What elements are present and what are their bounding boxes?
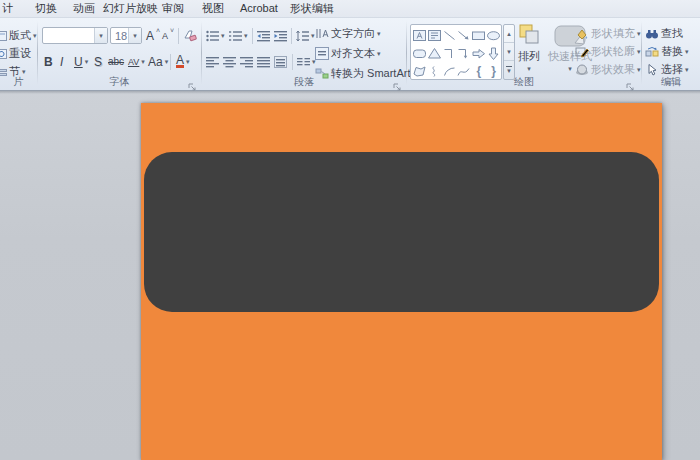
change-case-button[interactable]: Aa▾	[148, 53, 168, 70]
dropdown-arrow-icon: ▾	[186, 58, 190, 65]
combo-arrow-icon[interactable]: ▾	[128, 28, 141, 43]
rounded-rectangle-shape[interactable]	[144, 152, 659, 312]
select-icon	[645, 64, 659, 76]
shape-elbow-arrow-connector-icon[interactable]	[456, 44, 471, 62]
shape-vertical-textbox-icon[interactable]	[427, 26, 442, 44]
bullets-icon	[206, 30, 219, 42]
clear-formatting-button[interactable]	[183, 27, 197, 44]
italic-button[interactable]: I	[60, 53, 63, 70]
tab-review[interactable]: 审阅	[160, 0, 186, 17]
tab-animations[interactable]: 动画	[71, 0, 97, 17]
decrease-indent-button[interactable]	[257, 27, 270, 44]
find-button[interactable]: 查找	[645, 25, 683, 42]
align-text-button[interactable]: 对齐文本 ▾	[315, 45, 381, 62]
dropdown-arrow-icon: ▾	[221, 32, 225, 39]
up-arrow-icon: ▲	[506, 31, 512, 37]
caret-down-icon: ˅	[170, 27, 174, 34]
tab-design-cut[interactable]: 计	[0, 0, 15, 17]
distribute-button[interactable]	[274, 53, 287, 70]
mini-separator	[178, 28, 179, 44]
line-spacing-icon	[296, 30, 309, 42]
increase-indent-button[interactable]	[274, 27, 287, 44]
bold-button[interactable]: B	[44, 53, 53, 70]
find-icon	[645, 28, 659, 40]
shrink-font-button[interactable]: A˅	[162, 27, 174, 44]
align-center-icon	[223, 56, 236, 68]
numbering-icon	[229, 30, 242, 42]
dropdown-arrow-icon: ▾	[85, 58, 89, 65]
dropdown-arrow-icon: ▾	[527, 65, 531, 73]
distribute-icon	[274, 56, 287, 68]
align-right-icon	[240, 56, 253, 68]
tab-transitions[interactable]: 切换	[33, 0, 59, 17]
group-paragraph: ▾ ▾ ▾	[202, 18, 406, 90]
dropdown-arrow-icon: ▾	[22, 68, 26, 75]
shape-triangle-icon[interactable]	[427, 44, 442, 62]
layout-button[interactable]: 版式 ▾	[0, 27, 37, 44]
line-spacing-button[interactable]: ▾	[296, 27, 315, 44]
dropdown-arrow-icon: ▾	[637, 48, 641, 55]
font-dialog-launcher[interactable]	[188, 78, 198, 88]
shape-elbow-connector-icon[interactable]	[442, 44, 457, 62]
ribbon: 计 切换 动画 幻灯片放映 审阅 视图 Acrobat 形状编辑 版式 ▾ 重设	[0, 0, 700, 91]
shape-line-icon[interactable]	[442, 26, 457, 44]
bullets-button[interactable]: ▾	[206, 27, 225, 44]
shape-rounded-rectangle-icon[interactable]	[412, 44, 427, 62]
shape-oval-icon[interactable]	[486, 26, 501, 44]
font-name-combo[interactable]: ▾	[42, 27, 108, 44]
strikethrough-button[interactable]: abc	[108, 53, 124, 70]
align-text-icon	[315, 47, 329, 60]
clear-formatting-icon	[183, 29, 197, 42]
columns-button[interactable]: ▾	[297, 53, 316, 70]
underline-button[interactable]: U▾	[74, 53, 88, 70]
ribbon-content: 版式 ▾ 重设 节 ▾ 片 ▾	[0, 18, 700, 90]
character-spacing-button[interactable]: AV▾	[128, 53, 145, 70]
align-center-button[interactable]	[223, 53, 236, 70]
group-editing: 查找 替换 ▾ 选择 ▾ 编辑	[642, 18, 700, 90]
font-size-combo[interactable]: 18 ▾	[110, 27, 142, 44]
dropdown-arrow-icon: ▾	[141, 58, 145, 65]
shape-down-arrow-icon[interactable]	[486, 44, 501, 62]
slide-canvas[interactable]	[141, 103, 662, 460]
arrange-icon	[517, 23, 541, 49]
tab-slideshow[interactable]: 幻灯片放映	[101, 0, 160, 17]
align-right-button[interactable]	[240, 53, 253, 70]
reset-icon	[0, 49, 7, 59]
grow-font-button[interactable]: A˄	[146, 27, 160, 44]
shape-fill-button[interactable]: 形状填充 ▾	[575, 25, 641, 42]
drawing-dialog-launcher[interactable]	[626, 78, 636, 88]
paragraph-dialog-launcher[interactable]	[393, 78, 403, 88]
font-size-value: 18	[111, 30, 128, 42]
ribbon-tab-bar: 计 切换 动画 幻灯片放映 审阅 视图 Acrobat 形状编辑	[0, 0, 700, 18]
replace-button[interactable]: 替换 ▾	[645, 43, 689, 60]
shape-outline-button[interactable]: 形状轮廓 ▾	[575, 43, 641, 60]
text-direction-button[interactable]: 文字方向 ▾	[315, 25, 381, 42]
dropdown-arrow-icon: ▾	[685, 48, 689, 55]
tab-view[interactable]: 视图	[200, 0, 226, 17]
editing-group-label: 编辑	[642, 75, 700, 89]
align-left-icon	[206, 56, 219, 68]
combo-arrow-icon[interactable]: ▾	[94, 28, 107, 43]
shapes-row	[412, 44, 501, 62]
font-color-button[interactable]: A▾	[176, 53, 190, 70]
dropdown-arrow-icon: ▾	[377, 50, 381, 57]
justify-button[interactable]	[257, 53, 270, 70]
reset-button[interactable]: 重设	[0, 45, 31, 62]
replace-icon	[645, 46, 659, 58]
shape-rectangle-icon[interactable]	[471, 26, 486, 44]
down-arrow-icon: ▼	[506, 68, 512, 74]
numbering-button[interactable]: ▾	[229, 27, 248, 44]
paragraph-group-label: 段落	[202, 75, 406, 89]
text-shadow-button[interactable]: S	[94, 53, 102, 70]
align-left-button[interactable]	[206, 53, 219, 70]
shape-arrow-icon[interactable]	[456, 26, 471, 44]
tab-acrobat[interactable]: Acrobat	[238, 0, 280, 17]
tab-shape-edit[interactable]: 形状编辑	[288, 0, 336, 17]
mini-separator	[170, 54, 171, 70]
arrange-button[interactable]: 排列 ▾	[513, 23, 545, 73]
dropdown-arrow-icon: ▾	[685, 66, 689, 73]
shape-textbox-icon[interactable]	[412, 26, 427, 44]
shape-right-arrow-icon[interactable]	[471, 44, 486, 62]
group-slides: 版式 ▾ 重设 节 ▾ 片	[0, 18, 37, 90]
slides-group-label: 片	[0, 75, 37, 89]
